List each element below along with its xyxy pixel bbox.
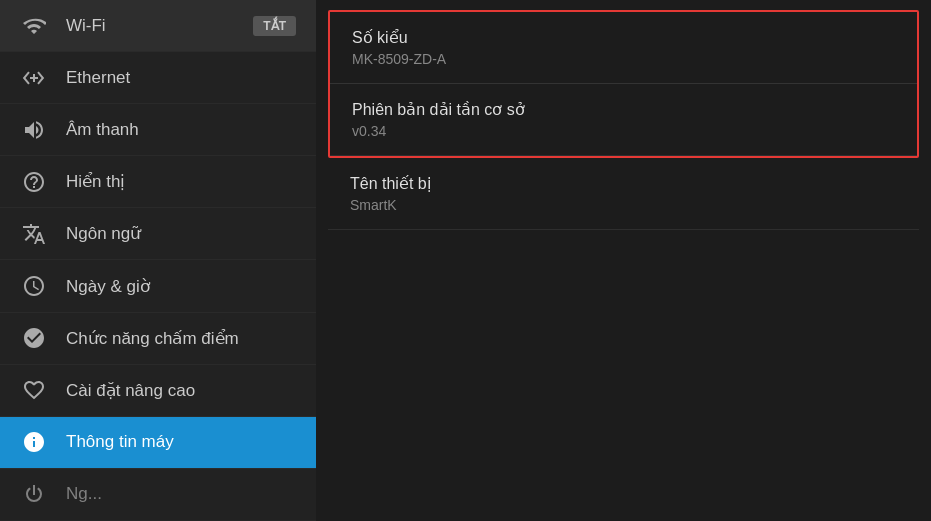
sidebar-item-cai-dat-nang-cao[interactable]: Cài đặt nâng cao <box>0 365 316 417</box>
sidebar-item-nguon[interactable]: Ng... <box>0 469 316 521</box>
info-item-so-kieu[interactable]: Số kiểu MK-8509-ZD-A <box>330 12 917 84</box>
ten-thiet-bi-title: Tên thiết bị <box>350 174 897 193</box>
info-icon <box>20 428 48 456</box>
cai-dat-nang-cao-label: Cài đặt nâng cao <box>66 380 296 401</box>
ngay-gio-label: Ngày & giờ <box>66 276 296 297</box>
sidebar: Wi-Fi TẮT Ethernet Âm thanh Hiển thị Ngô… <box>0 0 316 521</box>
sound-icon <box>20 116 48 144</box>
nguon-label: Ng... <box>66 484 296 504</box>
info-item-ten-thiet-bi[interactable]: Tên thiết bị SmartK <box>328 158 919 230</box>
display-icon <box>20 168 48 196</box>
sidebar-item-ethernet[interactable]: Ethernet <box>0 52 316 104</box>
sidebar-item-ngay-gio[interactable]: Ngày & giờ <box>0 260 316 312</box>
ten-thiet-bi-value: SmartK <box>350 197 897 213</box>
cham-diem-label: Chức năng chấm điểm <box>66 328 296 349</box>
so-kieu-title: Số kiểu <box>352 28 895 47</box>
sidebar-item-thong-tin-may[interactable]: Thông tin máy <box>0 417 316 469</box>
am-thanh-label: Âm thanh <box>66 120 296 140</box>
ethernet-icon <box>20 64 48 92</box>
score-icon <box>20 324 48 352</box>
so-kieu-value: MK-8509-ZD-A <box>352 51 895 67</box>
wifi-label: Wi-Fi <box>66 16 235 36</box>
wifi-toggle[interactable]: TẮT <box>253 16 296 36</box>
language-icon <box>20 220 48 248</box>
hien-thi-label: Hiển thị <box>66 171 296 192</box>
power-icon <box>20 480 48 508</box>
info-item-phien-ban[interactable]: Phiên bản dải tần cơ sở v0.34 <box>330 84 917 156</box>
sidebar-item-am-thanh[interactable]: Âm thanh <box>0 104 316 156</box>
wifi-icon <box>20 12 48 40</box>
phien-ban-title: Phiên bản dải tần cơ sở <box>352 100 895 119</box>
sidebar-item-cham-diem[interactable]: Chức năng chấm điểm <box>0 313 316 365</box>
ethernet-label: Ethernet <box>66 68 296 88</box>
phien-ban-value: v0.34 <box>352 123 895 139</box>
sidebar-item-wifi[interactable]: Wi-Fi TẮT <box>0 0 316 52</box>
advanced-icon <box>20 376 48 404</box>
ngon-ngu-label: Ngôn ngữ <box>66 223 296 244</box>
main-content: Số kiểu MK-8509-ZD-A Phiên bản dải tần c… <box>316 0 931 521</box>
thong-tin-may-label: Thông tin máy <box>66 432 296 452</box>
datetime-icon <box>20 272 48 300</box>
sidebar-item-hien-thi[interactable]: Hiển thị <box>0 156 316 208</box>
sidebar-item-ngon-ngu[interactable]: Ngôn ngữ <box>0 208 316 260</box>
